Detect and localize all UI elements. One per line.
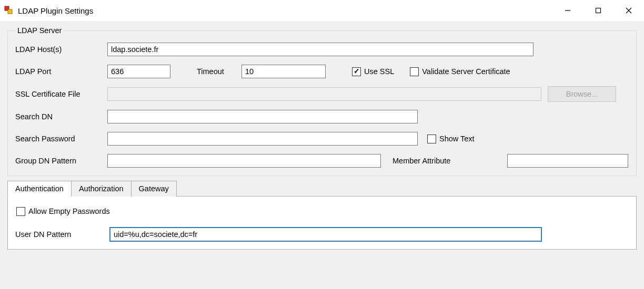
- tab-authorization[interactable]: Authorization: [71, 181, 132, 197]
- member-attr-input[interactable]: [507, 154, 628, 168]
- app-icon: [4, 6, 14, 15]
- client-area: LDAP Server LDAP Host(s) LDAP Port Timeo…: [0, 21, 644, 289]
- ldap-host-label: LDAP Host(s): [15, 45, 107, 54]
- window-title: LDAP Plugin Settings: [18, 6, 93, 15]
- svg-rect-1: [8, 9, 12, 14]
- validate-cert-label: Validate Server Certificate: [422, 67, 510, 76]
- ldap-port-input[interactable]: [107, 65, 170, 78]
- tab-strip: Authentication Authorization Gateway: [7, 181, 637, 197]
- search-password-input[interactable]: [107, 132, 418, 146]
- window: LDAP Plugin Settings LDAP Server LDAP Ho: [0, 0, 644, 289]
- search-password-label: Search Password: [15, 135, 107, 143]
- timeout-input[interactable]: [242, 65, 326, 78]
- timeout-label: Timeout: [197, 67, 242, 76]
- group-dn-label: Group DN Pattern: [15, 157, 107, 165]
- search-dn-label: Search DN: [15, 112, 107, 121]
- ldap-host-input[interactable]: [107, 43, 534, 56]
- svg-rect-3: [596, 8, 601, 13]
- show-text-box: [427, 135, 436, 143]
- ldap-server-legend: LDAP Server: [15, 26, 64, 35]
- show-text-checkbox[interactable]: Show Text: [427, 135, 475, 143]
- maximize-button[interactable]: [583, 1, 613, 20]
- user-dn-input[interactable]: [110, 228, 541, 241]
- use-ssl-checkbox[interactable]: Use SSL: [352, 67, 394, 76]
- search-dn-input[interactable]: [107, 110, 418, 123]
- validate-cert-checkbox[interactable]: Validate Server Certificate: [410, 67, 510, 76]
- member-attr-label: Member Attribute: [393, 157, 466, 165]
- allow-empty-box: [16, 207, 25, 216]
- ldap-server-group: LDAP Server LDAP Host(s) LDAP Port Timeo…: [7, 26, 637, 176]
- group-dn-input[interactable]: [107, 154, 381, 168]
- allow-empty-passwords-checkbox[interactable]: Allow Empty Passwords: [16, 207, 110, 216]
- use-ssl-box: [352, 67, 361, 76]
- show-text-label: Show Text: [439, 135, 475, 143]
- validate-cert-box: [410, 67, 419, 76]
- tab-gateway[interactable]: Gateway: [131, 181, 177, 197]
- user-dn-label: User DN Pattern: [15, 230, 110, 239]
- allow-empty-label: Allow Empty Passwords: [28, 207, 110, 215]
- ssl-cert-label: SSL Certificate File: [15, 90, 107, 98]
- ldap-port-label: LDAP Port: [15, 67, 107, 76]
- tab-control: Authentication Authorization Gateway All…: [7, 180, 637, 250]
- title-left: LDAP Plugin Settings: [4, 6, 93, 15]
- minimize-button[interactable]: [552, 1, 583, 20]
- titlebar: LDAP Plugin Settings: [0, 0, 644, 21]
- close-button[interactable]: [613, 1, 644, 20]
- use-ssl-label: Use SSL: [364, 67, 394, 76]
- ssl-cert-input: [107, 87, 541, 101]
- tab-authentication[interactable]: Authentication: [7, 181, 72, 197]
- window-controls: [552, 1, 644, 20]
- browse-button: Browse...: [548, 86, 616, 102]
- tab-page-authentication: Allow Empty Passwords User DN Pattern: [7, 196, 637, 250]
